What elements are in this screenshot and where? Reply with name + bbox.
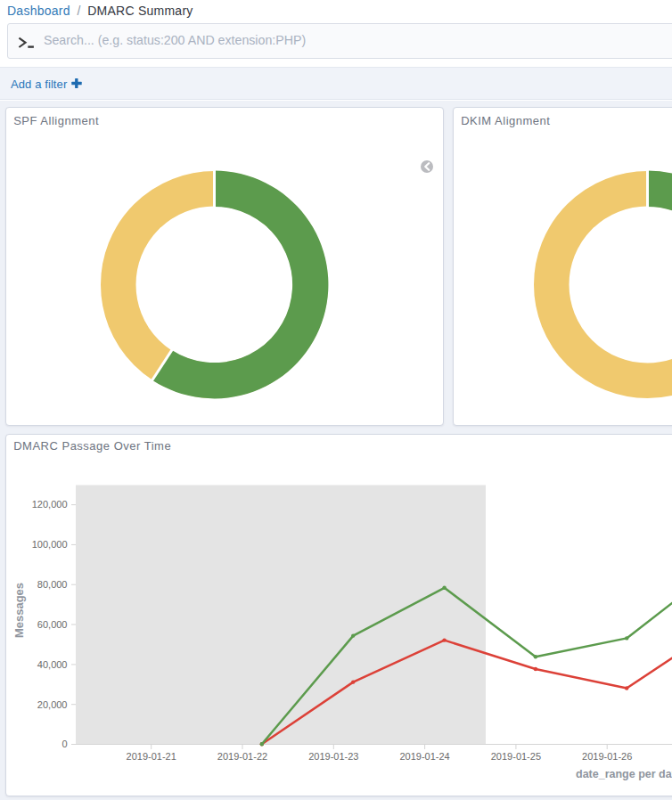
svg-text:2019-01-22: 2019-01-22 (217, 751, 267, 762)
svg-text:2019-01-24: 2019-01-24 (399, 751, 449, 762)
svg-text:20,000: 20,000 (37, 699, 68, 710)
svg-text:2019-01-21: 2019-01-21 (127, 751, 176, 762)
svg-text:0: 0 (61, 739, 67, 749)
svg-text:100,000: 100,000 (32, 539, 68, 550)
svg-text:60,000: 60,000 (37, 619, 68, 630)
svg-text:2019-01-25: 2019-01-25 (491, 751, 541, 762)
svg-text:2019-01-26: 2019-01-26 (582, 751, 632, 762)
svg-text:Messages: Messages (12, 583, 26, 638)
svg-text:date_range per day: date_range per day (576, 768, 672, 780)
svg-text:80,000: 80,000 (37, 579, 68, 590)
svg-text:2019-01-23: 2019-01-23 (308, 751, 358, 762)
svg-text:40,000: 40,000 (37, 659, 68, 670)
svg-text:120,000: 120,000 (32, 499, 68, 510)
